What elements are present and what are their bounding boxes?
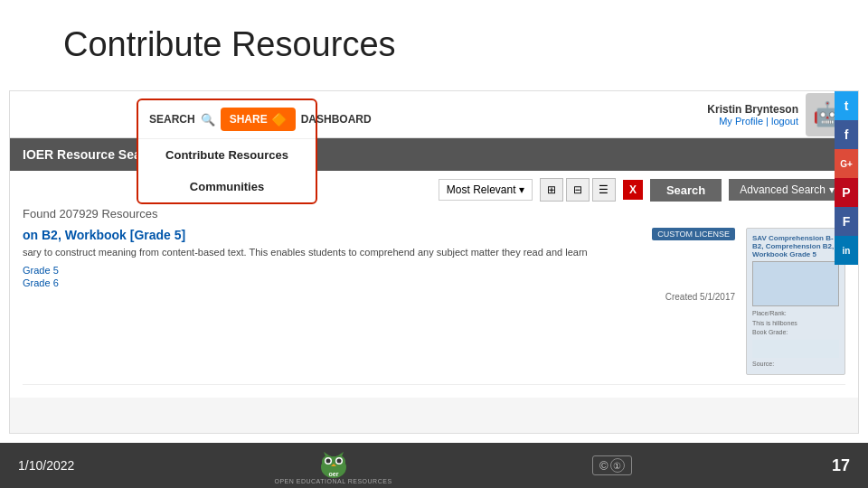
view-icons: ⊞ ⊟ ☰ xyxy=(540,178,616,202)
list-view-button[interactable]: ⊟ xyxy=(566,178,590,202)
cc-badge-area: © ① xyxy=(592,455,632,475)
grid-view-button[interactable]: ⊞ xyxy=(540,178,563,202)
found-text: Found 207929 Resources xyxy=(23,207,845,221)
googleplus-button[interactable]: G+ xyxy=(835,149,858,178)
nav-bar: SEARCH 🔍 SHARE 🔶 DASHBOARD Contribute Re… xyxy=(10,91,858,138)
resource-grades: Grade 5 Grade 6 xyxy=(23,265,735,288)
x-close-button[interactable]: X xyxy=(623,180,643,200)
share-icon: 🔶 xyxy=(271,112,287,127)
social-sidebar: t f G+ P F in xyxy=(835,91,858,265)
resource-desc: sary to construct meaning from content-b… xyxy=(23,246,735,259)
resource-date: Created 5/1/2017 xyxy=(23,292,735,302)
content-area: Most Relevant ▾ ⊞ ⊟ ☰ X Search Advanced … xyxy=(10,171,858,398)
license-badge: CUSTOM LICENSE xyxy=(652,228,735,240)
svg-point-5 xyxy=(326,458,330,463)
footer-date: 1/10/2022 xyxy=(18,458,74,473)
resource-title[interactable]: on B2, Workbook [Grade 5] xyxy=(23,228,185,242)
user-name: Kristin Brynteson xyxy=(707,103,798,116)
dropdown-contribute[interactable]: Contribute Resources xyxy=(138,139,316,171)
oer-logo: oer OPEN EDUCATIONAL RESOURCES xyxy=(274,447,392,484)
slide: Contribute Resources SEARCH 🔍 SHARE 🔶 DA… xyxy=(0,0,868,488)
svg-text:oer: oer xyxy=(328,471,338,477)
resource-main: on B2, Workbook [Grade 5] CUSTOM LICENSE… xyxy=(23,228,735,375)
resource-row: on B2, Workbook [Grade 5] CUSTOM LICENSE… xyxy=(23,228,845,385)
twitter-button[interactable]: t xyxy=(835,91,858,120)
page-number: 17 xyxy=(832,456,850,475)
dropdown-search-label[interactable]: SEARCH xyxy=(149,113,195,126)
share-dropdown: SEARCH 🔍 SHARE 🔶 DASHBOARD Contribute Re… xyxy=(137,99,317,204)
cc-badge: © ① xyxy=(592,455,632,475)
user-links[interactable]: My Profile | logout xyxy=(719,116,798,127)
search-icon: 🔍 xyxy=(201,113,215,127)
page-title: Contribute Resources xyxy=(63,25,396,64)
dropdown-communities[interactable]: Communities xyxy=(138,171,316,202)
sort-select[interactable]: Most Relevant ▾ xyxy=(439,179,533,201)
pinterest-button[interactable]: P xyxy=(835,178,858,207)
svg-point-6 xyxy=(336,458,341,463)
footer-bar: 1/10/2022 oer OPEN EDUCATI xyxy=(0,443,868,488)
screenshot-container: SEARCH 🔍 SHARE 🔶 DASHBOARD Contribute Re… xyxy=(9,90,859,434)
detail-view-button[interactable]: ☰ xyxy=(592,178,616,202)
f-button[interactable]: F xyxy=(835,207,858,236)
dropdown-top-row: SEARCH 🔍 SHARE 🔶 DASHBOARD xyxy=(138,100,316,139)
advanced-search-button[interactable]: Advanced Search ▾ xyxy=(729,179,845,201)
nav-user: Kristin Brynteson My Profile | logout xyxy=(707,103,806,127)
resource-thumbnail: SAV Comprehension B-B2, Comprehension B2… xyxy=(746,228,845,375)
dropdown-dashboard-label[interactable]: DASHBOARD xyxy=(301,113,379,126)
facebook-button[interactable]: f xyxy=(835,120,858,149)
dropdown-share-button[interactable]: SHARE 🔶 xyxy=(221,108,296,131)
search-button[interactable]: Search xyxy=(650,179,722,202)
linkedin-button[interactable]: in xyxy=(835,236,858,265)
